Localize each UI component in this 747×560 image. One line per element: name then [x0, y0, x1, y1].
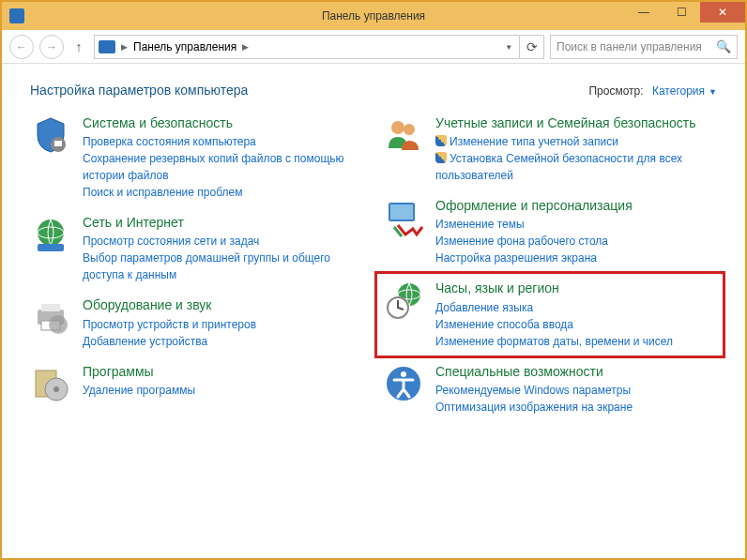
disc-icon [30, 363, 71, 404]
category-title[interactable]: Специальные возможности [435, 363, 717, 380]
left-column: Система и безопасность Проверка состояни… [30, 114, 364, 416]
category-accounts: Учетные записи и Семейная безопасность И… [383, 114, 717, 184]
category-link[interactable]: Установка Семейной безопасности для всех… [435, 150, 717, 184]
svg-point-13 [404, 124, 415, 135]
category-link[interactable]: Удаление программы [83, 382, 364, 399]
view-options: Просмотр: Категория▼ [588, 84, 717, 98]
category-hardware: Оборудование и звук Просмотр устройств и… [30, 296, 364, 349]
chevron-down-icon: ▼ [709, 87, 717, 97]
back-button[interactable]: ← [9, 35, 34, 59]
page-title: Настройка параметров компьютера [30, 83, 248, 98]
svg-rect-4 [38, 244, 64, 251]
svg-point-12 [391, 121, 404, 134]
right-column: Учетные записи и Семейная безопасность И… [383, 114, 717, 416]
category-link[interactable]: Изменение темы [435, 216, 717, 233]
svg-point-11 [53, 386, 59, 392]
close-button[interactable]: ✕ [700, 2, 745, 23]
svg-rect-1 [54, 141, 62, 146]
category-link[interactable]: Оптимизация изображения на экране [435, 399, 717, 416]
search-icon: 🔍 [716, 39, 731, 53]
uac-shield-icon [435, 135, 447, 146]
svg-rect-15 [390, 204, 413, 219]
category-link[interactable]: Добавление устройства [83, 333, 364, 350]
content-header: Настройка параметров компьютера Просмотр… [30, 83, 717, 98]
category-title[interactable]: Оформление и персонализация [435, 197, 717, 214]
breadcrumb[interactable]: ▶ Панель управления ▶ ▾ [94, 35, 520, 59]
window-title: Панель управления [322, 9, 425, 23]
forward-button[interactable]: → [39, 35, 64, 59]
titlebar: Панель управления — ☐ ✕ [2, 2, 745, 30]
view-dropdown[interactable]: Категория▼ [652, 84, 717, 98]
category-link[interactable]: Проверка состояния компьютера [83, 133, 364, 150]
category-network: Сеть и Интернет Просмотр состояния сети … [30, 214, 364, 283]
search-placeholder: Поиск в панели управления [556, 40, 702, 53]
category-programs: Программы Удаление программы [30, 363, 364, 404]
category-link[interactable]: Изменение способа ввода [435, 316, 717, 333]
category-link[interactable]: Поиск и исправление проблем [83, 184, 364, 201]
shield-icon [30, 114, 71, 156]
chevron-right-icon: ▶ [121, 42, 128, 52]
view-label: Просмотр: [588, 84, 643, 98]
category-link[interactable]: Выбор параметров домашней группы и общег… [83, 250, 364, 283]
category-accessibility: Специальные возможности Рекомендуемые Wi… [383, 363, 717, 416]
window-controls: — ☐ ✕ [625, 2, 745, 23]
chevron-down-icon[interactable]: ▾ [507, 42, 515, 52]
category-link[interactable]: Изменение фона рабочего стола [435, 233, 717, 250]
maximize-button[interactable]: ☐ [663, 2, 700, 23]
svg-point-8 [49, 315, 68, 334]
users-icon [383, 114, 424, 156]
category-appearance: Оформление и персонализация Изменение те… [383, 197, 717, 266]
category-link[interactable]: Изменение типа учетной записи [435, 133, 717, 150]
category-link[interactable]: Рекомендуемые Windows параметры [435, 382, 717, 399]
search-input[interactable]: Поиск в панели управления 🔍 [550, 35, 738, 59]
svg-point-2 [38, 219, 64, 246]
svg-point-20 [401, 371, 406, 377]
categories-grid: Система и безопасность Проверка состояни… [30, 114, 717, 416]
category-system: Система и безопасность Проверка состояни… [30, 114, 364, 201]
breadcrumb-text[interactable]: Панель управления [133, 40, 236, 53]
navbar: ← → ↑ ▶ Панель управления ▶ ▾ ⟳ Поиск в … [2, 30, 745, 64]
category-link[interactable]: Просмотр состояния сети и задач [83, 233, 364, 250]
category-title[interactable]: Часы, язык и регион [435, 280, 717, 296]
category-title[interactable]: Учетные записи и Семейная безопасность [435, 114, 717, 131]
monitor-palette-icon [383, 197, 424, 238]
printer-icon [30, 296, 71, 338]
category-link[interactable]: Сохранение резервных копий файлов с помо… [83, 150, 364, 184]
breadcrumb-icon [99, 40, 115, 53]
category-clock-lang-region: Часы, язык и регион Добавление языка Изм… [374, 271, 725, 357]
uac-shield-icon [435, 152, 447, 163]
clock-globe-icon [383, 280, 424, 321]
category-link[interactable]: Просмотр устройств и принтеров [83, 316, 364, 333]
category-title[interactable]: Система и безопасность [83, 114, 364, 131]
globe-network-icon [30, 214, 71, 255]
chevron-right-icon: ▶ [242, 42, 249, 52]
app-icon [9, 8, 24, 23]
refresh-button[interactable]: ⟳ [520, 35, 544, 59]
category-link[interactable]: Настройка разрешения экрана [435, 250, 717, 266]
up-button[interactable]: ↑ [69, 38, 88, 56]
content-area: Настройка параметров компьютера Просмотр… [2, 64, 745, 434]
category-title[interactable]: Программы [83, 363, 364, 380]
svg-rect-6 [41, 304, 60, 311]
category-link[interactable]: Изменение форматов даты, времени и чисел [435, 333, 717, 350]
category-title[interactable]: Сеть и Интернет [83, 214, 364, 231]
category-title[interactable]: Оборудование и звук [83, 296, 364, 313]
accessibility-icon [383, 363, 424, 404]
minimize-button[interactable]: — [625, 2, 663, 23]
category-link[interactable]: Добавление языка [435, 299, 717, 316]
